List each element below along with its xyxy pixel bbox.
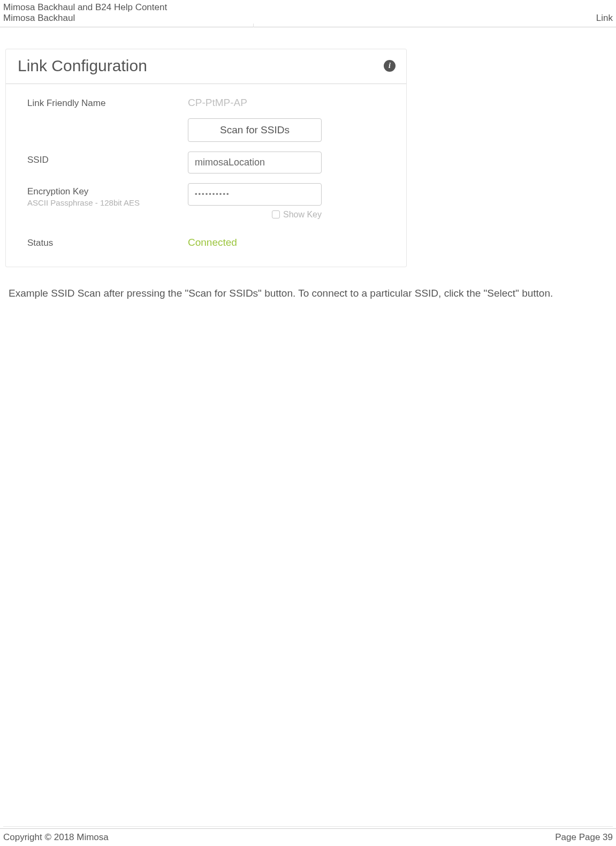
- link-config-panel: Link Configuration i Link Friendly Name …: [5, 49, 407, 267]
- encryption-key-input[interactable]: ••••••••••: [188, 183, 322, 206]
- header-row2: Mimosa Backhaul Link: [3, 13, 613, 24]
- encryption-label-text: Encryption Key: [27, 186, 188, 197]
- friendly-name-label: Link Friendly Name: [27, 95, 188, 109]
- friendly-name-value: CP-PtMP-AP: [188, 95, 391, 109]
- header-title-line2-right: Link: [596, 13, 613, 24]
- ssid-input[interactable]: [188, 152, 322, 173]
- footer-copyright: Copyright © 2018 Mimosa: [3, 832, 109, 843]
- footer-rule: [3, 826, 613, 827]
- status-label: Status: [27, 235, 188, 248]
- panel-header: Link Configuration i: [6, 49, 406, 84]
- encryption-sublabel: ASCII Passphrase - 128bit AES: [27, 198, 188, 207]
- header-title-line2-left: Mimosa Backhaul: [3, 13, 75, 24]
- header-title-line1: Mimosa Backhaul and B24 Help Content: [3, 2, 613, 13]
- scan-ssids-button[interactable]: Scan for SSIDs: [188, 118, 322, 142]
- status-value: Connected: [188, 235, 391, 248]
- footer-page: Page Page 39: [555, 832, 613, 843]
- show-key-checkbox[interactable]: [272, 210, 280, 218]
- figure-caption: Example SSID Scan after pressing the "Sc…: [5, 267, 616, 304]
- panel-title: Link Configuration: [18, 57, 147, 75]
- page-header: Mimosa Backhaul and B24 Help Content Mim…: [0, 0, 616, 27]
- ssid-label: SSID: [27, 152, 188, 165]
- page-footer: Copyright © 2018 Mimosa Page Page 39: [0, 828, 616, 843]
- info-icon[interactable]: i: [384, 60, 396, 72]
- show-key-label: Show Key: [283, 210, 322, 219]
- encryption-label: Encryption Key ASCII Passphrase - 128bit…: [27, 183, 188, 207]
- show-key-row: Show Key: [188, 210, 322, 220]
